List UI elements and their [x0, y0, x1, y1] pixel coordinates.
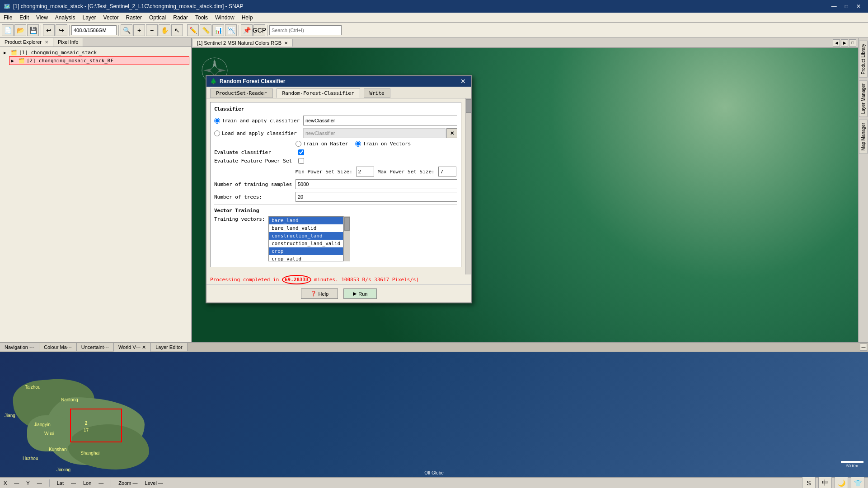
close-product-explorer-tab[interactable]: ✕ [45, 40, 48, 45]
training-item-crop[interactable]: crop [269, 247, 343, 255]
menu-edit[interactable]: Edit [16, 14, 33, 22]
status-lat-sep: — [71, 480, 76, 486]
search-input[interactable] [269, 25, 342, 35]
tab-product-explorer[interactable]: Product Explorer ✕ [0, 38, 53, 46]
minimize-button[interactable]: — [828, 2, 840, 10]
dialog-tab-productset-reader[interactable]: ProductSet-Reader [210, 88, 273, 98]
train-apply-input[interactable] [303, 116, 457, 125]
save-button[interactable]: 💾 [27, 24, 39, 36]
menu-radar[interactable]: Radar [169, 14, 192, 22]
zoom-in-button[interactable]: + [133, 24, 145, 36]
training-item-bare-land-valid[interactable]: bare_land_valid [269, 224, 343, 232]
dialog-close-button[interactable]: ✕ [459, 78, 468, 85]
dialog-tab-write[interactable]: Write [364, 88, 390, 98]
sidebar-tab-layer-manager[interactable]: Layer Manager [859, 80, 868, 117]
load-apply-label: Load and apply classifier [222, 130, 303, 136]
redo-button[interactable]: ↪ [56, 24, 67, 36]
zoom-fit-button[interactable]: 🔍 [121, 24, 132, 36]
scroll-right-btn[interactable]: ▶ [841, 39, 848, 46]
help-button[interactable]: ❓ Help [301, 288, 338, 299]
menu-tools[interactable]: Tools [192, 14, 211, 22]
measure-button[interactable]: 📏 [200, 24, 211, 36]
train-vectors-radio[interactable] [355, 141, 361, 147]
evaluate-feature-label[interactable]: Evaluate Feature Power Set [214, 158, 304, 164]
new-button[interactable]: 📄 [2, 24, 14, 36]
menu-analysis[interactable]: Analysis [52, 14, 79, 22]
training-item-construction-land[interactable]: construction_land [269, 232, 343, 240]
bottom-tab-navigation[interactable]: Navigation --- [0, 343, 39, 351]
load-apply-x-button[interactable]: ✕ [446, 128, 457, 138]
close-button[interactable]: ✕ [853, 2, 864, 10]
run-button[interactable]: ▶ Run [343, 288, 377, 299]
bottom-tab-colour-map[interactable]: Colour Ma--- [39, 343, 77, 351]
train-apply-radio[interactable] [214, 118, 220, 124]
pin-button[interactable]: 📌 [241, 24, 253, 36]
bottom-tab-layer-editor[interactable]: Layer Editor [151, 343, 187, 351]
dialog-scrollbar-thumb[interactable] [466, 99, 471, 113]
status-x-label: X [4, 480, 7, 486]
profile-button[interactable]: 📊 [212, 24, 224, 36]
status-x-sep: — [14, 480, 19, 486]
close-map-tab[interactable]: ✕ [284, 41, 288, 46]
maximize-map-btn[interactable]: □ [849, 39, 856, 46]
expand-icon-1[interactable]: ▶ [4, 50, 9, 55]
evaluate-classifier-checkbox[interactable] [298, 149, 304, 155]
draw-button[interactable]: ✏️ [187, 24, 199, 36]
snap-button[interactable]: S [802, 476, 816, 488]
theme-button[interactable]: 👕 [851, 476, 864, 488]
menu-view[interactable]: View [33, 14, 52, 22]
max-power-input[interactable] [438, 167, 456, 177]
training-item-bare-land[interactable]: bare_land [269, 217, 343, 224]
coord-input[interactable] [71, 25, 117, 35]
open-button[interactable]: 📂 [14, 24, 26, 36]
menu-help[interactable]: Help [238, 14, 257, 22]
evaluate-classifier-label[interactable]: Evaluate classifier [214, 149, 304, 155]
train-apply-label: Train and apply classifier [222, 118, 303, 124]
chinese-button[interactable]: 中 [818, 476, 832, 488]
gcp-button[interactable]: GCP [253, 24, 265, 36]
collapse-bottom-btn[interactable]: — [860, 344, 867, 351]
world-view-close[interactable]: ✕ [142, 344, 146, 350]
training-list[interactable]: bare_land bare_land_valid construction_l… [268, 216, 343, 261]
scroll-left-btn[interactable]: ◀ [833, 39, 840, 46]
training-item-crop-valid[interactable]: crop_valid [269, 255, 343, 261]
load-apply-radio[interactable] [214, 130, 220, 136]
training-item-construction-land-valid[interactable]: construction_land_valid [269, 240, 343, 247]
navigation-map[interactable]: Taizhou Jiang Nantong Jiangyin Wuxi Kuns… [0, 352, 868, 477]
min-power-input[interactable] [356, 167, 374, 177]
menu-window[interactable]: Window [211, 14, 238, 22]
num-training-input[interactable] [296, 179, 457, 189]
maximize-button[interactable]: □ [841, 2, 852, 10]
num-trees-input[interactable] [296, 192, 457, 202]
bottom-tab-uncertainty[interactable]: Uncertaint--- [77, 343, 114, 351]
pan-button[interactable]: ✋ [159, 24, 170, 36]
zoom-out-button[interactable]: − [146, 24, 158, 36]
histogram-button[interactable]: 📉 [225, 24, 237, 36]
select-button[interactable]: ↖ [171, 24, 183, 36]
sidebar-tab-product-library[interactable]: Product Library [859, 41, 868, 78]
menu-vector[interactable]: Vector [100, 14, 122, 22]
scrollbar-thumb[interactable] [344, 217, 350, 231]
train-vectors-label[interactable]: Train on Vectors [355, 141, 411, 147]
undo-button[interactable]: ↩ [43, 24, 55, 36]
dialog-title-bar[interactable]: 🌲 Random Forest Classifier ✕ [206, 76, 471, 87]
evaluate-feature-row: Evaluate Feature Power Set [214, 158, 457, 164]
dialog-tab-rfc[interactable]: Random-Forest-Classifier [277, 88, 360, 98]
bottom-tab-world-view[interactable]: World V--- ✕ [114, 343, 151, 352]
training-list-scrollbar[interactable] [343, 216, 350, 261]
menu-file[interactable]: File [0, 14, 16, 22]
dialog-scrollbar[interactable] [465, 98, 471, 274]
menu-optical[interactable]: Optical [145, 14, 169, 22]
night-mode-button[interactable]: 🌙 [835, 476, 848, 488]
train-raster-radio[interactable] [296, 141, 301, 147]
tree-item-2[interactable]: ▶ 🗂️ [2] chongming_mosaic_stack_RF [9, 56, 189, 65]
menu-layer[interactable]: Layer [79, 14, 100, 22]
map-tab[interactable]: [1] Sentinel 2 MSI Natural Colors RGB ✕ [192, 39, 293, 46]
evaluate-feature-checkbox[interactable] [298, 158, 304, 164]
tab-pixel-info[interactable]: Pixel Info [53, 38, 83, 46]
tree-item-1[interactable]: ▶ 🗂️ [1] chongming_mosaic_stack [2, 49, 189, 56]
menu-raster[interactable]: Raster [122, 14, 145, 22]
sidebar-tab-map-manager[interactable]: Map Manager [859, 120, 868, 154]
expand-icon-2[interactable]: ▶ [11, 58, 17, 63]
train-raster-label[interactable]: Train on Raster [296, 141, 348, 147]
